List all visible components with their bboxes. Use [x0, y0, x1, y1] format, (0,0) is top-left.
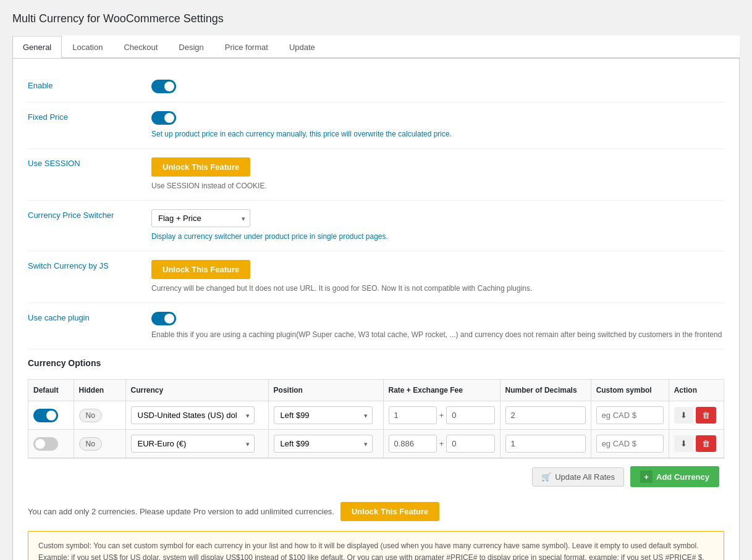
- eur-hidden-label: No: [79, 437, 102, 451]
- eur-decimals-cell: [500, 430, 591, 458]
- use-session-unlock-button[interactable]: Unlock This Feature: [151, 157, 250, 177]
- usd-rate-plus: +: [439, 411, 444, 420]
- add-currency-label: Add Currency: [656, 472, 709, 482]
- fixed-price-row: Fixed Price Set up product price in each…: [28, 102, 724, 149]
- eur-action-cell: ⬇ 🗑: [669, 430, 724, 458]
- use-cache-plugin-toggle[interactable]: [151, 312, 176, 325]
- switch-currency-js-control: Unlock This Feature Currency will be cha…: [151, 260, 724, 294]
- usd-download-button[interactable]: ⬇: [674, 407, 693, 424]
- usd-custom-symbol-input[interactable]: [596, 406, 664, 424]
- tab-location[interactable]: Location: [62, 36, 113, 58]
- eur-exchange-fee-input[interactable]: [446, 435, 494, 453]
- usd-action-group: ⬇ 🗑: [674, 407, 719, 424]
- download-icon-eur: ⬇: [680, 439, 687, 448]
- eur-rate-group: +: [389, 435, 495, 453]
- eur-delete-button[interactable]: 🗑: [696, 435, 716, 452]
- pro-unlock-button[interactable]: Unlock This Feature: [340, 502, 439, 521]
- usd-currency-select[interactable]: USD-United States (US) dollar ($): [131, 406, 255, 424]
- usd-currency-select-wrapper: USD-United States (US) dollar ($): [131, 406, 255, 424]
- fixed-price-control: Set up product price in each currency ma…: [151, 111, 724, 140]
- table-footer: 🛒 Update All Rates + Add Currency: [28, 458, 724, 495]
- usd-currency-cell: USD-United States (US) dollar ($): [125, 401, 268, 430]
- enable-toggle[interactable]: [151, 80, 176, 93]
- tab-update[interactable]: Update: [279, 36, 326, 58]
- currency-price-switcher-label: Currency Price Switcher: [28, 209, 151, 220]
- tabs-bar: General Location Checkout Design Price f…: [12, 35, 740, 58]
- eur-default-cell: [28, 430, 74, 458]
- usd-rate-group: +: [389, 406, 495, 424]
- update-rates-button[interactable]: 🛒 Update All Rates: [532, 467, 624, 487]
- eur-default-slider: [33, 437, 58, 451]
- currency-table: Default Hidden Currency Position Rate + …: [28, 379, 724, 458]
- enable-label: Enable: [28, 80, 151, 90]
- usd-decimals-input[interactable]: [505, 406, 586, 424]
- eur-download-button[interactable]: ⬇: [674, 435, 693, 452]
- eur-currency-select[interactable]: EUR-Euro (€): [131, 435, 255, 453]
- col-header-currency: Currency: [125, 380, 268, 401]
- fixed-price-toggle[interactable]: [151, 111, 176, 125]
- usd-symbol-cell: [591, 401, 669, 430]
- plus-icon: +: [640, 470, 653, 483]
- eur-position-select[interactable]: Left $99: [274, 435, 373, 453]
- col-header-decimals: Number of Decimals: [500, 380, 591, 401]
- use-session-control: Unlock This Feature Use SESSION instead …: [151, 157, 724, 191]
- enable-row: Enable: [28, 71, 724, 102]
- trash-icon: 🗑: [702, 411, 710, 420]
- add-currency-button[interactable]: + Add Currency: [630, 466, 719, 487]
- use-cache-plugin-control: Enable this if you are using a caching p…: [151, 312, 724, 340]
- usd-rate-input[interactable]: [389, 406, 437, 424]
- col-header-hidden: Hidden: [74, 380, 125, 401]
- page-title: Multi Currency for WooCommerce Settings: [12, 12, 740, 25]
- eur-rate-plus: +: [439, 439, 444, 448]
- use-cache-plugin-description: Enable this if you are using a caching p…: [151, 329, 724, 340]
- col-header-rate: Rate + Exchange Fee: [383, 380, 500, 401]
- tab-design[interactable]: Design: [168, 36, 214, 58]
- eur-default-toggle[interactable]: [33, 437, 58, 451]
- eur-position-cell: Left $99: [268, 430, 383, 458]
- custom-symbol-notice-text: Custom symbol: You can set custom symbol…: [38, 541, 704, 560]
- usd-position-select[interactable]: Left $99: [274, 406, 373, 424]
- tab-checkout[interactable]: Checkout: [113, 36, 168, 58]
- switch-currency-js-unlock-button[interactable]: Unlock This Feature: [151, 260, 250, 279]
- eur-rate-input[interactable]: [389, 435, 437, 453]
- usd-action-cell: ⬇ 🗑: [669, 401, 724, 430]
- tab-general[interactable]: General: [12, 36, 62, 58]
- tab-price-format[interactable]: Price format: [214, 36, 279, 58]
- usd-rate-cell: +: [383, 401, 500, 430]
- col-header-position: Position: [268, 380, 383, 401]
- eur-custom-symbol-input[interactable]: [596, 435, 664, 453]
- usd-position-cell: Left $99: [268, 401, 383, 430]
- eur-action-group: ⬇ 🗑: [674, 435, 719, 452]
- cart-icon: 🛒: [541, 472, 551, 482]
- pro-notice: You can add only 2 currencies. Please up…: [28, 495, 724, 525]
- use-session-label: Use SESSION: [28, 157, 151, 168]
- eur-decimals-input[interactable]: [505, 435, 586, 453]
- eur-position-select-wrapper: Left $99: [274, 435, 373, 453]
- trash-icon-eur: 🗑: [702, 439, 710, 448]
- switch-currency-js-row: Switch Currency by JS Unlock This Featur…: [28, 251, 724, 303]
- col-header-action: Action: [669, 380, 724, 401]
- use-cache-plugin-row: Use cache plugin Enable this if you are …: [28, 303, 724, 349]
- eur-currency-select-wrapper: EUR-Euro (€): [131, 435, 255, 453]
- update-rates-label: Update All Rates: [555, 472, 615, 482]
- use-cache-plugin-label: Use cache plugin: [28, 312, 151, 322]
- usd-exchange-fee-input[interactable]: [446, 406, 494, 424]
- usd-default-cell: [28, 401, 74, 430]
- switch-currency-js-label: Switch Currency by JS: [28, 260, 151, 270]
- custom-symbol-notice: Custom symbol: You can set custom symbol…: [28, 531, 724, 560]
- currency-price-switcher-control: Flag + Price Flag only Price only Displa…: [151, 209, 724, 242]
- use-session-row: Use SESSION Unlock This Feature Use SESS…: [28, 149, 724, 201]
- currency-price-switcher-select-wrapper: Flag + Price Flag only Price only: [151, 209, 250, 227]
- usd-delete-button[interactable]: 🗑: [696, 407, 716, 424]
- usd-decimals-cell: [500, 401, 591, 430]
- usd-position-select-wrapper: Left $99: [274, 406, 373, 424]
- pro-notice-text: You can add only 2 currencies. Please up…: [28, 507, 334, 516]
- table-header-row: Default Hidden Currency Position Rate + …: [28, 380, 724, 401]
- usd-default-toggle[interactable]: [33, 409, 58, 422]
- currency-price-switcher-select[interactable]: Flag + Price Flag only Price only: [151, 209, 250, 227]
- enable-control: [151, 80, 724, 93]
- eur-currency-cell: EUR-Euro (€): [125, 430, 268, 458]
- eur-rate-cell: +: [383, 430, 500, 458]
- table-row: No USD-United States (US) dollar ($): [28, 401, 724, 430]
- currency-price-switcher-row: Currency Price Switcher Flag + Price Fla…: [28, 201, 724, 251]
